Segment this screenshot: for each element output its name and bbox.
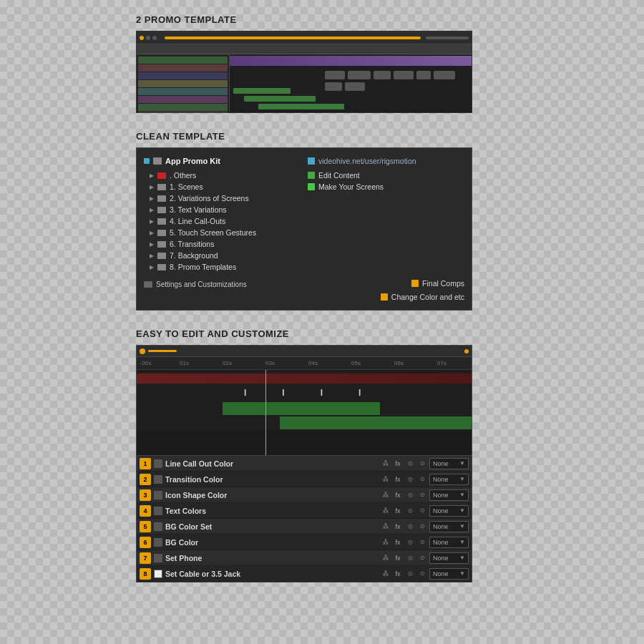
- ctrl-fx-label-3[interactable]: fx: [393, 491, 403, 499]
- layer-color-1: [154, 459, 162, 468]
- layer-item-4: 4 Text Colors ⁂ fx ◎ ⊙ None ▼: [137, 503, 472, 519]
- change-color-row: Change Color and etc: [381, 291, 464, 303]
- layer-color-6: [154, 538, 162, 547]
- ctrl-circle-7[interactable]: ◎: [405, 554, 415, 562]
- ctrl-circle-3[interactable]: ◎: [405, 491, 415, 499]
- layer-controls-4: ⁂ fx ◎ ⊙ None ▼: [381, 505, 469, 517]
- app-name: App Promo Kit: [165, 157, 220, 165]
- ctrl-clock-8[interactable]: ⊙: [417, 570, 427, 578]
- layer-color-5: [154, 522, 162, 531]
- clean-template-box: App Promo Kit videohive.net/user/rigsmot…: [136, 147, 472, 311]
- ctrl-link-4[interactable]: ⁂: [381, 507, 391, 515]
- tree-item-0: ▶ . Others: [144, 170, 301, 181]
- layer-controls-7: ⁂ fx ◎ ⊙ None ▼: [381, 552, 469, 564]
- ctrl-fx-label-8[interactable]: fx: [393, 570, 403, 578]
- ctrl-link-8[interactable]: ⁂: [381, 570, 391, 578]
- dropdown-6[interactable]: None ▼: [429, 537, 469, 548]
- link-row: videohive.net/user/rigsmotion: [308, 155, 464, 167]
- ctrl-link-2[interactable]: ⁂: [381, 475, 391, 484]
- dropdown-8[interactable]: None ▼: [429, 568, 469, 580]
- ctrl-fx-label-7[interactable]: fx: [393, 554, 403, 562]
- ctrl-link-3[interactable]: ⁂: [381, 491, 391, 499]
- right-edit-content: Edit Content: [308, 170, 464, 181]
- dropdown-2[interactable]: None ▼: [429, 474, 469, 485]
- layer-badge-8: 8: [140, 568, 151, 580]
- ctrl-clock-5[interactable]: ⊙: [417, 522, 427, 531]
- layer-badge-4: 4: [140, 505, 151, 517]
- layer-name-8: Set Cable or 3.5 Jack: [165, 570, 378, 578]
- ctrl-fx-label-4[interactable]: fx: [393, 507, 403, 515]
- ctrl-link-5[interactable]: ⁂: [381, 522, 391, 531]
- control-icons-row: I I I I: [244, 388, 361, 398]
- ctrl-circle-8[interactable]: ◎: [405, 570, 415, 578]
- ae-green-bars: [230, 84, 472, 112]
- right-make-screens: Make Your Screens: [308, 181, 464, 192]
- ctrl-fx-label-5[interactable]: fx: [393, 522, 403, 531]
- dropdown-arrow-8: ▼: [459, 570, 465, 577]
- settings-icon: [144, 281, 152, 288]
- ctrl-fx-label-1[interactable]: fx: [393, 459, 403, 468]
- layer-item-8: 8 Set Cable or 3.5 Jack ⁂ fx ◎ ⊙ None ▼: [137, 566, 472, 582]
- ctrl-clock-6[interactable]: ⊙: [417, 538, 427, 547]
- dropdown-3[interactable]: None ▼: [429, 489, 469, 501]
- dropdown-4[interactable]: None ▼: [429, 505, 469, 517]
- dropdown-arrow-6: ▼: [459, 539, 465, 545]
- layer-item-1: 1 Line Call Out Color ⁂ fx ◎ ⊙ None ▼: [137, 456, 472, 472]
- tree-item-6: ▶ 6. Transitions: [144, 238, 301, 250]
- ctrl-circle-2[interactable]: ◎: [405, 475, 415, 484]
- layer-name-2: Transition Color: [165, 475, 378, 484]
- ctrl-circle-1[interactable]: ◎: [405, 459, 415, 468]
- tl-orange-dot: [140, 348, 145, 354]
- ctrl-circle-4[interactable]: ◎: [405, 507, 415, 515]
- tree-item-2: ▶ 2. Variations of Screens: [144, 192, 301, 204]
- ctrl-link-7[interactable]: ⁂: [381, 554, 391, 562]
- ctrl-fx-label-6[interactable]: fx: [393, 538, 403, 547]
- ctrl-clock-1[interactable]: ⊙: [417, 459, 427, 468]
- dropdown-1[interactable]: None ▼: [429, 458, 469, 469]
- ctrl-circle-5[interactable]: ◎: [405, 522, 415, 531]
- ae-dot-gray1: [146, 36, 150, 40]
- link1[interactable]: videohive.net/user/rigsmotion: [318, 157, 416, 165]
- dropdown-arrow-7: ▼: [459, 555, 465, 561]
- layer-controls-1: ⁂ fx ◎ ⊙ None ▼: [381, 458, 469, 469]
- layer-badge-3: 3: [140, 489, 151, 501]
- ae-dot-orange: [140, 36, 144, 40]
- layer-color-7: [154, 554, 162, 562]
- ctrl-clock-4[interactable]: ⊙: [417, 507, 427, 515]
- layer-badge-6: 6: [140, 537, 151, 548]
- dropdown-arrow-1: ▼: [459, 460, 465, 467]
- section3-title: EASY TO EDIT AND CUSTOMIZE: [136, 328, 479, 339]
- dropdown-7[interactable]: None ▼: [429, 552, 469, 564]
- dropdown-arrow-4: ▼: [459, 507, 465, 514]
- layer-badge-5: 5: [140, 521, 151, 532]
- ae-purple-bar: [230, 56, 472, 66]
- app-promo-kit-header: App Promo Kit: [144, 155, 301, 167]
- layer-item-2: 2 Transition Color ⁂ fx ◎ ⊙ None ▼: [137, 472, 472, 487]
- layer-badge-1: 1: [140, 458, 151, 469]
- ctrl-clock-7[interactable]: ⊙: [417, 554, 427, 562]
- layer-item-5: 5 BG Color Set ⁂ fx ◎ ⊙ None ▼: [137, 519, 472, 535]
- ae-content: [137, 54, 472, 112]
- ctrl-circle-6[interactable]: ◎: [405, 538, 415, 547]
- layer-name-7: Set Phone: [165, 554, 378, 562]
- ctrl-link-1[interactable]: ⁂: [381, 459, 391, 468]
- green-bar-2: [280, 416, 472, 429]
- dropdown-5[interactable]: None ▼: [429, 521, 469, 532]
- tree-item-7: ▶ 7. Background: [144, 250, 301, 261]
- ae-right-panel: [230, 54, 472, 112]
- green-bar-1: [223, 402, 380, 415]
- main-container: 2 PROMO TEMPLATE: [136, 14, 479, 582]
- ctrl-clock-3[interactable]: ⊙: [417, 491, 427, 499]
- layer-controls-2: ⁂ fx ◎ ⊙ None ▼: [381, 474, 469, 485]
- ae-dot-gray2: [152, 36, 157, 40]
- layer-item-3: 3 Icon Shape Color ⁂ fx ◎ ⊙ None ▼: [137, 487, 472, 503]
- ae-panel-top: [137, 44, 472, 54]
- dropdown-arrow-5: ▼: [459, 523, 465, 530]
- ctrl-clock-2[interactable]: ⊙: [417, 475, 427, 484]
- tl-red-bar: [137, 374, 472, 384]
- layer-badge-2: 2: [140, 474, 151, 485]
- promo-screenshot: [136, 31, 472, 113]
- ctrl-fx-label-2[interactable]: fx: [393, 475, 403, 484]
- ctrl-link-6[interactable]: ⁂: [381, 538, 391, 547]
- layer-color-4: [154, 507, 162, 515]
